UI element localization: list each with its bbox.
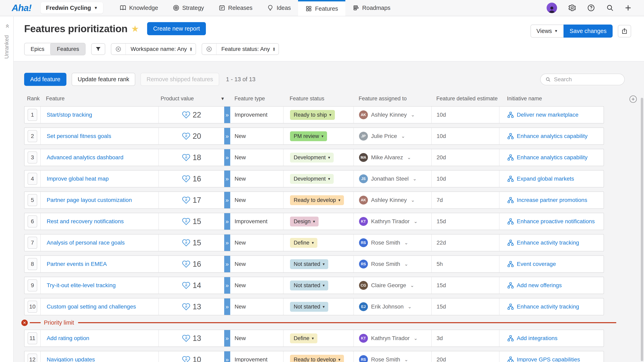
status-badge[interactable]: Ready to develop▾ xyxy=(290,355,344,362)
status-badge[interactable]: Not started▾ xyxy=(290,302,328,312)
product-value-cell[interactable]: # 16 xyxy=(158,256,224,272)
promote-feature-handle[interactable]: » xyxy=(224,256,230,272)
filter-button[interactable] xyxy=(91,43,105,55)
status-badge[interactable]: Ready to develop▾ xyxy=(290,195,344,205)
promote-feature-handle[interactable]: » xyxy=(224,128,230,144)
status-badge[interactable]: Define▾ xyxy=(290,334,317,343)
settings-gear-icon[interactable] xyxy=(568,4,576,12)
status-filter-pill[interactable]: Feature status: Any ▴▾ xyxy=(202,43,279,55)
column-header-feature[interactable]: Feature xyxy=(40,95,158,102)
initiative-link[interactable]: Add new offerings xyxy=(517,282,562,289)
rank-drag-handle[interactable]: 6 xyxy=(28,215,37,227)
promote-feature-handle[interactable]: » xyxy=(224,213,230,230)
initiative-link[interactable]: Enhance proactive notifications xyxy=(517,218,595,225)
promote-feature-handle[interactable]: » xyxy=(224,277,230,294)
product-value-cell[interactable]: # 17 xyxy=(158,192,224,208)
column-header-feature-status[interactable]: Feature status xyxy=(283,95,354,102)
promote-feature-handle[interactable]: » xyxy=(224,107,230,123)
assignee-cell[interactable]: EJ Erik Johnson ⌄ xyxy=(354,299,431,315)
assignee-cell[interactable]: KT Kathryn Tirador ⌄ xyxy=(354,330,431,347)
status-badge[interactable]: Not started▾ xyxy=(290,281,328,290)
promote-feature-handle[interactable]: » xyxy=(224,351,230,362)
feature-link[interactable]: Add rating option xyxy=(47,335,89,342)
initiative-link[interactable]: Enhance activity tracking xyxy=(517,240,579,246)
initiative-link[interactable]: Improve GPS capabilities xyxy=(517,356,580,362)
user-avatar[interactable] xyxy=(546,2,557,13)
nav-item-releases[interactable]: Releases xyxy=(211,0,260,16)
initiative-link[interactable]: Increase partner promotions xyxy=(517,197,587,203)
product-value-cell[interactable]: # 14 xyxy=(158,277,224,294)
rank-drag-handle[interactable]: 8 xyxy=(28,258,37,270)
favorite-star-icon[interactable]: ★ xyxy=(131,23,139,34)
assignee-cell[interactable]: MA Mike Alvarez ⌄ xyxy=(354,149,431,166)
column-header-product-value[interactable]: Product value ▼ xyxy=(158,95,230,102)
nav-item-knowledge[interactable]: Knowledge xyxy=(112,0,166,16)
promote-feature-handle[interactable]: » xyxy=(224,235,230,251)
initiative-link[interactable]: Event coverage xyxy=(517,261,556,267)
assignee-cell[interactable]: JP Julie Price ⌄ xyxy=(354,128,431,144)
promote-feature-handle[interactable]: » xyxy=(224,192,230,208)
product-value-cell[interactable]: # 13 xyxy=(158,299,224,315)
feature-link[interactable]: Try-it-out elite-level tracking xyxy=(47,282,116,289)
product-value-cell[interactable]: # 15 xyxy=(158,235,224,251)
workspace-filter-pill[interactable]: Workspace name: Any ▴▾ xyxy=(111,43,196,55)
feature-link[interactable]: Start/stop tracking xyxy=(47,112,92,118)
features-tab[interactable]: Features xyxy=(50,43,85,55)
feature-link[interactable]: Analysis of personal race goals xyxy=(47,240,125,246)
add-feature-button[interactable]: Add feature xyxy=(24,73,66,86)
promote-feature-handle[interactable]: » xyxy=(224,299,230,315)
feature-link[interactable]: Navigation updates xyxy=(47,356,95,362)
promote-feature-handle[interactable]: » xyxy=(224,330,230,347)
feature-link[interactable]: Improve global heat map xyxy=(47,176,109,182)
product-value-cell[interactable]: # 13 xyxy=(158,330,224,347)
column-header-rank[interactable]: Rank xyxy=(24,95,40,102)
product-value-cell[interactable]: # 18 xyxy=(158,149,224,166)
add-icon[interactable]: + xyxy=(625,2,631,13)
status-badge[interactable]: Design▾ xyxy=(290,217,318,226)
feature-link[interactable]: Custom goal setting and challenges xyxy=(47,304,136,310)
rank-drag-handle[interactable]: 1 xyxy=(28,109,37,121)
assignee-cell[interactable]: RS Rose Smith ⌄ xyxy=(354,351,431,362)
search-icon[interactable] xyxy=(606,4,614,12)
assignee-cell[interactable]: AK Ashley Kinney ⌄ xyxy=(354,107,431,123)
status-badge[interactable]: Development▾ xyxy=(290,174,334,184)
column-header-initiative[interactable]: Initiative name xyxy=(499,95,604,102)
nav-item-ideas[interactable]: Ideas xyxy=(260,0,298,16)
feature-link[interactable]: Set personal fitness goals xyxy=(47,133,111,139)
feature-link[interactable]: Partner events in EMEA xyxy=(47,261,107,267)
status-badge[interactable]: PM review▾ xyxy=(290,131,327,141)
add-column-button[interactable]: + xyxy=(630,95,637,103)
assignee-cell[interactable]: AK Ashley Kinney ⌄ xyxy=(354,192,431,208)
product-value-cell[interactable]: # 22 xyxy=(158,107,224,123)
expand-panel-icon[interactable]: » xyxy=(3,19,11,33)
create-new-report-button[interactable]: Create new report xyxy=(147,22,206,35)
remove-filter-icon[interactable] xyxy=(202,44,216,54)
promote-feature-handle[interactable]: » xyxy=(224,171,230,187)
assignee-cell[interactable]: RS Rose Smith ⌄ xyxy=(354,235,431,251)
initiative-link[interactable]: Enhance analytics capability xyxy=(517,154,588,161)
status-badge[interactable]: Define▾ xyxy=(290,238,317,248)
assignee-cell[interactable]: KT Kathryn Tirador ⌄ xyxy=(354,213,431,230)
nav-item-strategy[interactable]: Strategy xyxy=(166,0,211,16)
assignee-cell[interactable]: RS Rose Smith ⌄ xyxy=(354,256,431,272)
initiative-link[interactable]: Enhance activity tracking xyxy=(517,304,579,310)
views-dropdown[interactable]: Views ▼ xyxy=(530,24,564,38)
rank-drag-handle[interactable]: 9 xyxy=(28,279,37,291)
rank-drag-handle[interactable]: 11 xyxy=(28,332,37,344)
initiative-link[interactable]: Add integrations xyxy=(517,335,558,342)
column-header-assigned[interactable]: Feature assigned to xyxy=(354,95,432,102)
rank-drag-handle[interactable]: 5 xyxy=(28,194,37,206)
status-badge[interactable]: Ready to ship▾ xyxy=(290,110,335,120)
rank-drag-handle[interactable]: 2 xyxy=(28,130,37,142)
priority-limit-icon[interactable]: ✕ xyxy=(21,320,28,326)
update-feature-rank-button[interactable]: Update feature rank xyxy=(72,73,135,86)
nav-item-features[interactable]: Features xyxy=(298,0,345,16)
rank-drag-handle[interactable]: 7 xyxy=(28,237,37,249)
vertical-scrollbar[interactable] xyxy=(641,98,643,361)
epics-tab[interactable]: Epics xyxy=(24,43,50,55)
column-header-feature-type[interactable]: Feature type xyxy=(230,95,283,102)
assignee-cell[interactable]: CG Claire George ⌄ xyxy=(354,277,431,294)
rank-drag-handle[interactable]: 3 xyxy=(28,151,37,163)
share-button[interactable] xyxy=(618,25,631,37)
promote-feature-handle[interactable]: » xyxy=(224,149,230,166)
